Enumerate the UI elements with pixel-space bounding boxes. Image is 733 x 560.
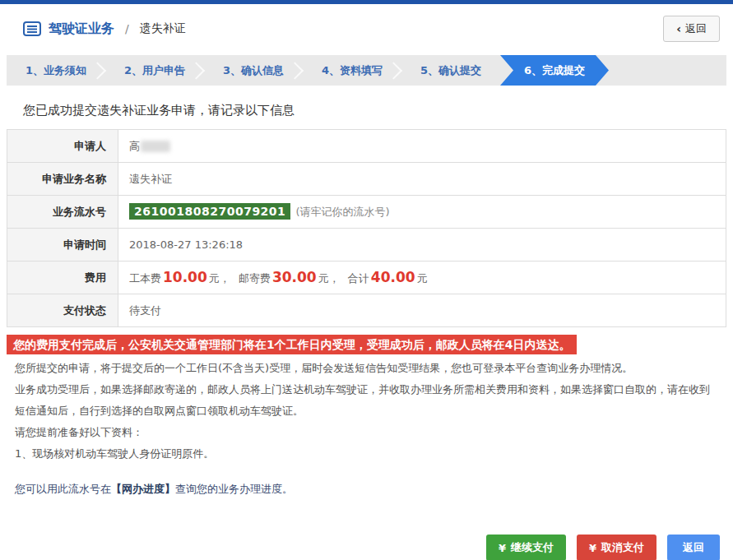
progress-note: 您可以用此流水号在【网办进度】查询您的业务办理进度。	[15, 479, 720, 500]
success-message: 您已成功提交遗失补证业务申请，请记录以下信息	[23, 103, 733, 118]
step-label: 4、资料填写	[322, 63, 383, 78]
applicant-name: 高	[129, 140, 140, 152]
table-row-applicant: 申请人 高	[7, 130, 726, 163]
action-footer: ¥ 继续支付 ¥ 取消支付 返回	[0, 535, 733, 560]
page: 驾驶证业务 / 遗失补证 ‹ 返回 1、业务须知 2、用户申告 3、确认信息 4…	[0, 0, 733, 560]
instruction-paragraph: 业务成功受理后，如果选择邮政寄递的，邮政人员将上门送达机动车驾驶证，并收取办理业…	[15, 379, 720, 422]
fee-item-label: 邮寄费	[239, 272, 271, 285]
list-icon	[23, 21, 41, 36]
fee-unit: 元	[318, 272, 329, 285]
yen-icon: ¥	[589, 542, 596, 554]
back-button-label: 返回	[685, 21, 707, 36]
instructions: 您所提交的申请，将于提交后的一个工作日(不含当天)受理，届时会发送短信告知受理结…	[15, 358, 720, 500]
fee-item-label: 工本费	[129, 272, 161, 285]
progress-link[interactable]: 【网办进度】	[111, 483, 175, 495]
table-row-fee: 费用 工本费10.00元， 邮寄费30.00元， 合计40.00元	[7, 261, 726, 294]
row-label: 支付状态	[7, 294, 118, 327]
fee-separator: ，	[329, 272, 340, 285]
instruction-paragraph: 请您提前准备好以下资料：	[15, 422, 720, 443]
fee-amount: 10.00	[163, 269, 207, 285]
fee-unit: 元	[209, 272, 220, 285]
row-label: 费用	[7, 261, 118, 294]
step-label: 1、业务须知	[26, 63, 86, 78]
redacted-name	[141, 141, 170, 152]
payment-notice-banner: 您的费用支付完成后，公安机关交通管理部门将在1个工作日内受理，受理成功后，邮政人…	[7, 335, 577, 354]
table-row-serial: 业务流水号 261001808270079201 (请牢记你的流水号)	[7, 196, 726, 229]
row-label: 申请时间	[7, 229, 118, 261]
breadcrumb: 驾驶证业务 / 遗失补证	[23, 21, 186, 38]
chevron-left-icon: ‹	[676, 22, 681, 35]
business-name-value: 遗失补证	[118, 163, 726, 196]
breadcrumb-main[interactable]: 驾驶证业务	[49, 21, 114, 38]
step-1-business-notice[interactable]: 1、业务须知	[7, 55, 105, 86]
continue-payment-label: 继续支付	[511, 540, 554, 555]
breadcrumb-separator: /	[125, 22, 129, 35]
fee-amount: 30.00	[272, 269, 317, 285]
step-2-user-declaration[interactable]: 2、用户申告	[105, 55, 204, 86]
step-label: 2、用户申告	[124, 63, 185, 78]
breadcrumb-current: 遗失补证	[140, 21, 186, 36]
yen-icon: ¥	[499, 542, 506, 554]
instruction-paragraph: 您所提交的申请，将于提交后的一个工作日(不含当天)受理，届时会发送短信告知受理结…	[15, 358, 720, 379]
step-6-complete-submit[interactable]: 6、完成提交	[500, 55, 609, 86]
table-row-pay-status: 支付状态 待支付	[7, 294, 726, 327]
step-wizard: 1、业务须知 2、用户申告 3、确认信息 4、资料填写 5、确认提交 6、完成提…	[7, 55, 726, 86]
progress-note-suffix: 查询您的业务办理进度。	[175, 483, 293, 495]
page-header: 驾驶证业务 / 遗失补证 ‹ 返回	[0, 4, 733, 52]
cancel-payment-label: 取消支付	[601, 540, 644, 555]
step-label: 6、完成提交	[524, 63, 585, 78]
fee-item-label: 合计	[348, 272, 369, 285]
back-button-top[interactable]: ‹ 返回	[663, 16, 720, 42]
instruction-paragraph: 1、现场核对机动车驾驶人身份证明原件。	[15, 443, 720, 465]
applicant-value: 高	[118, 130, 726, 163]
return-button-label: 返回	[683, 540, 704, 555]
fee-unit: 元	[417, 272, 428, 285]
return-button[interactable]: 返回	[667, 535, 720, 560]
row-label: 申请人	[7, 130, 118, 163]
fee-separator: ，	[220, 272, 230, 285]
serial-hint: (请牢记你的流水号)	[295, 206, 389, 218]
serial-value: 261001808270079201 (请牢记你的流水号)	[118, 196, 726, 229]
step-label: 5、确认提交	[420, 63, 481, 78]
step-3-confirm-info[interactable]: 3、确认信息	[204, 55, 303, 86]
serial-number-badge: 261001808270079201	[129, 203, 290, 220]
continue-payment-button[interactable]: ¥ 继续支付	[486, 535, 566, 560]
fee-value: 工本费10.00元， 邮寄费30.00元， 合计40.00元	[118, 261, 726, 294]
step-label: 3、确认信息	[223, 63, 284, 78]
progress-note-prefix: 您可以用此流水号在	[15, 483, 111, 495]
row-label: 申请业务名称	[7, 163, 118, 196]
pay-status-value: 待支付	[118, 294, 726, 327]
application-details-table: 申请人 高 申请业务名称 遗失补证 业务流水号 2610018082700792…	[7, 129, 726, 327]
step-4-fill-data[interactable]: 4、资料填写	[303, 55, 401, 86]
cancel-payment-button[interactable]: ¥ 取消支付	[577, 535, 656, 560]
apply-time-value: 2018-08-27 13:26:18	[118, 229, 726, 261]
row-label: 业务流水号	[7, 196, 118, 229]
table-row-apply-time: 申请时间 2018-08-27 13:26:18	[7, 229, 726, 261]
fee-amount: 40.00	[371, 269, 415, 285]
step-5-confirm-submit[interactable]: 5、确认提交	[401, 55, 500, 86]
table-row-business-name: 申请业务名称 遗失补证	[7, 163, 726, 196]
